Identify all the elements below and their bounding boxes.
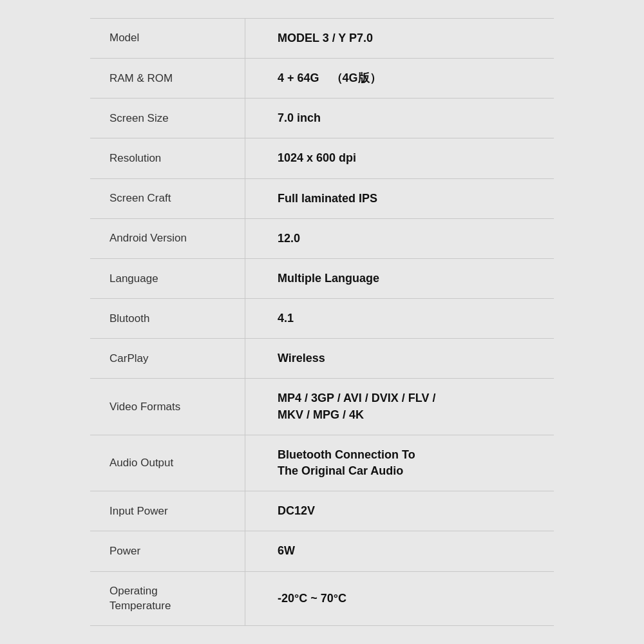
table-row: Power6W bbox=[90, 531, 554, 571]
spec-value: 1024 x 600 dpi bbox=[245, 138, 554, 178]
spec-value: Wireless bbox=[245, 339, 554, 378]
spec-label: Audio Output bbox=[90, 435, 245, 491]
spec-label: Android Version bbox=[90, 219, 245, 258]
spec-value: 4.1 bbox=[245, 299, 554, 338]
table-row: LanguageMultiple Language bbox=[90, 259, 554, 299]
spec-label: Screen Craft bbox=[90, 179, 245, 218]
spec-value: Full laminated IPS bbox=[245, 179, 554, 218]
spec-value: MP4 / 3GP / AVI / DVIX / FLV /MKV / MPG … bbox=[245, 379, 554, 434]
spec-value: DC12V bbox=[245, 491, 554, 531]
table-row: Input PowerDC12V bbox=[90, 491, 554, 531]
spec-value: 4 + 64G （4G版） bbox=[245, 59, 554, 98]
table-row: Video FormatsMP4 / 3GP / AVI / DVIX / FL… bbox=[90, 379, 554, 435]
spec-label: RAM & ROM bbox=[90, 59, 245, 98]
spec-label: Resolution bbox=[90, 138, 245, 178]
table-row: CarPlayWireless bbox=[90, 339, 554, 379]
spec-value: Multiple Language bbox=[245, 259, 554, 298]
table-row: Audio OutputBluetooth Connection ToThe O… bbox=[90, 435, 554, 491]
spec-label: Model bbox=[90, 19, 245, 58]
spec-value: MODEL 3 / Y P7.0 bbox=[245, 19, 554, 58]
spec-label: Blutooth bbox=[90, 299, 245, 338]
spec-value: 12.0 bbox=[245, 219, 554, 258]
table-row: Operating Temperature-20°C ~ 70°C bbox=[90, 572, 554, 627]
table-row: Screen Size7.0 inch bbox=[90, 99, 554, 138]
spec-label: Screen Size bbox=[90, 99, 245, 138]
spec-table: ModelMODEL 3 / Y P7.0RAM & ROM4 + 64G （4… bbox=[90, 18, 554, 626]
table-row: Screen CraftFull laminated IPS bbox=[90, 179, 554, 219]
table-row: Resolution1024 x 600 dpi bbox=[90, 138, 554, 178]
page-container: ModelMODEL 3 / Y P7.0RAM & ROM4 + 64G （4… bbox=[0, 0, 644, 644]
spec-label: Video Formats bbox=[90, 379, 245, 434]
spec-value: Bluetooth Connection ToThe Original Car … bbox=[245, 435, 554, 491]
spec-label: Power bbox=[90, 531, 245, 571]
spec-label: Operating Temperature bbox=[90, 572, 245, 626]
spec-label: Language bbox=[90, 259, 245, 298]
table-row: Blutooth4.1 bbox=[90, 299, 554, 339]
table-row: ModelMODEL 3 / Y P7.0 bbox=[90, 18, 554, 59]
spec-value: -20°C ~ 70°C bbox=[245, 572, 554, 626]
spec-label: CarPlay bbox=[90, 339, 245, 378]
spec-value: 7.0 inch bbox=[245, 99, 554, 138]
table-row: RAM & ROM4 + 64G （4G版） bbox=[90, 59, 554, 99]
spec-value: 6W bbox=[245, 531, 554, 571]
table-row: Android Version12.0 bbox=[90, 219, 554, 259]
spec-label: Input Power bbox=[90, 491, 245, 531]
